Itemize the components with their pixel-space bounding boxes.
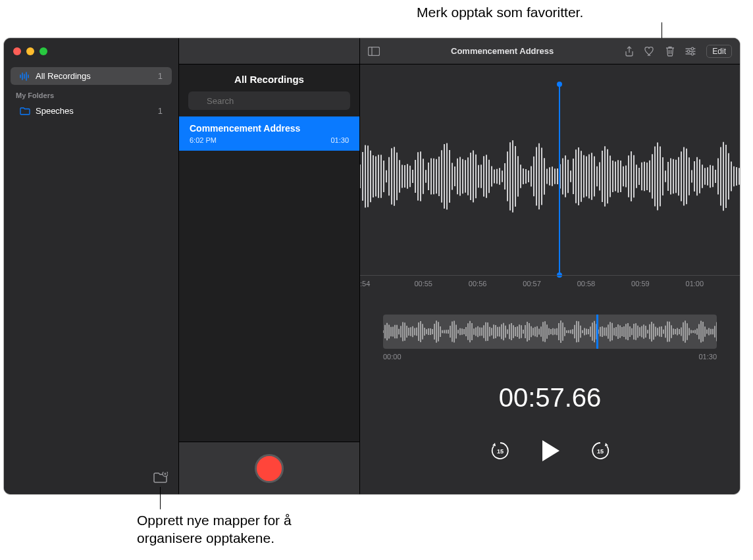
skip-forward-button[interactable]: 15: [590, 440, 611, 461]
callout-new-folder: Opprett nye mapper for å organisere oppt…: [137, 511, 334, 547]
callout-favorite: Merk opptak som favoritter.: [417, 3, 583, 21]
recording-item[interactable]: Commencement Address 6:02 PM 01:30: [179, 116, 359, 151]
favorite-icon[interactable]: [644, 47, 655, 56]
play-button[interactable]: [540, 439, 561, 463]
minimize-button[interactable]: [26, 47, 34, 55]
record-button[interactable]: [255, 454, 284, 483]
waveform-display[interactable]: :54 00:55 00:56 00:57 00:58 00:59 01:00: [360, 64, 740, 295]
sidebar-item-all-recordings[interactable]: All Recordings 1: [11, 67, 172, 85]
overview-start: 00:00: [383, 353, 402, 361]
edit-button[interactable]: Edit: [706, 45, 732, 58]
svg-point-16: [688, 50, 690, 53]
svg-text:15: 15: [496, 448, 503, 455]
recordings-list: All Recordings Commencement Address 6:02…: [179, 38, 360, 494]
sidebar-item-label: All Recordings: [36, 71, 91, 81]
svg-text:15: 15: [596, 448, 603, 455]
maximize-button[interactable]: [39, 47, 47, 55]
toolbar: Commencement Address Edit: [360, 38, 740, 64]
recording-duration: 01:30: [330, 136, 349, 144]
time-display: 00:57.66: [360, 383, 740, 413]
settings-icon[interactable]: [685, 47, 696, 56]
sidebar-item-count: 1: [158, 106, 163, 116]
sidebar: All Recordings 1 My Folders Speeches 1: [4, 38, 179, 494]
app-window: All Recordings 1 My Folders Speeches 1 A…: [4, 38, 740, 494]
svg-point-17: [692, 53, 694, 55]
toolbar-title: Commencement Address: [380, 46, 625, 56]
new-folder-button[interactable]: [153, 472, 168, 486]
overview-end: 01:30: [698, 353, 717, 361]
sidebar-item-count: 1: [158, 71, 163, 81]
sidebar-item-label: Speeches: [36, 106, 74, 116]
svg-rect-10: [369, 47, 380, 55]
search-input[interactable]: [188, 91, 350, 110]
share-icon[interactable]: [625, 46, 634, 57]
recording-time: 6:02 PM: [190, 136, 217, 144]
trash-icon[interactable]: [665, 46, 675, 57]
folder-icon: [20, 107, 30, 115]
skip-back-button[interactable]: 15: [490, 440, 511, 461]
window-controls: [13, 47, 47, 55]
close-button[interactable]: [13, 47, 21, 55]
sidebar-item-folder[interactable]: Speeches 1: [11, 102, 172, 120]
sidebar-section-header: My Folders: [4, 85, 178, 102]
playhead[interactable]: [559, 84, 560, 275]
time-ruler: :54 00:55 00:56 00:57 00:58 00:59 01:00: [360, 275, 740, 295]
detail-panel: Commencement Address Edit: [360, 38, 740, 494]
recording-title: Commencement Address: [190, 123, 349, 134]
list-title: All Recordings: [179, 64, 359, 91]
overview-track[interactable]: [383, 315, 717, 349]
waveform-icon: [20, 72, 30, 81]
sidebar-toggle-icon[interactable]: [368, 47, 380, 56]
transport-controls: 15 15: [360, 439, 740, 476]
svg-point-15: [692, 47, 694, 50]
